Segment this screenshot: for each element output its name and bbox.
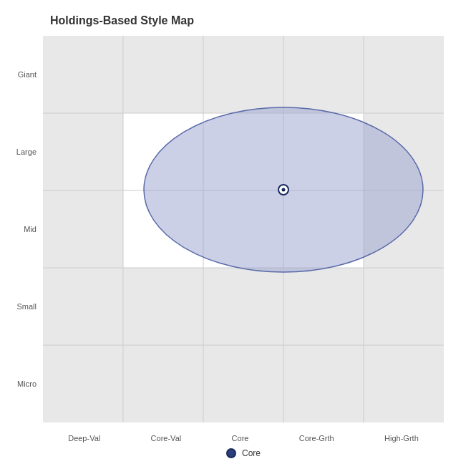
- svg-point-12: [282, 188, 286, 192]
- chart-container: Holdings-Based Style Map Giant Large Mid…: [0, 0, 476, 469]
- chart-legend: Core: [226, 448, 261, 458]
- legend-dot: [226, 448, 236, 458]
- x-label-core: Core: [232, 434, 249, 443]
- y-label-giant: Giant: [18, 70, 39, 79]
- chart-svg: [43, 36, 444, 422]
- y-label-large: Large: [16, 148, 39, 156]
- chart-area: Giant Large Mid Small Micro: [43, 36, 444, 422]
- x-axis-labels: Deep-Val Core-Val Core Core-Grth High-Gr…: [43, 434, 444, 443]
- chart-title: Holdings-Based Style Map: [50, 14, 462, 27]
- y-label-mid: Mid: [24, 225, 39, 233]
- y-label-small: Small: [16, 302, 39, 311]
- x-label-deepval: Deep-Val: [68, 434, 100, 443]
- x-label-highgrth: High-Grth: [384, 434, 419, 443]
- y-label-micro: Micro: [17, 379, 39, 388]
- legend-label: Core: [242, 448, 261, 458]
- x-label-coregrth: Core-Grth: [299, 434, 334, 443]
- y-axis-labels: Giant Large Mid Small Micro: [7, 36, 39, 422]
- x-label-coreval: Core-Val: [151, 434, 182, 443]
